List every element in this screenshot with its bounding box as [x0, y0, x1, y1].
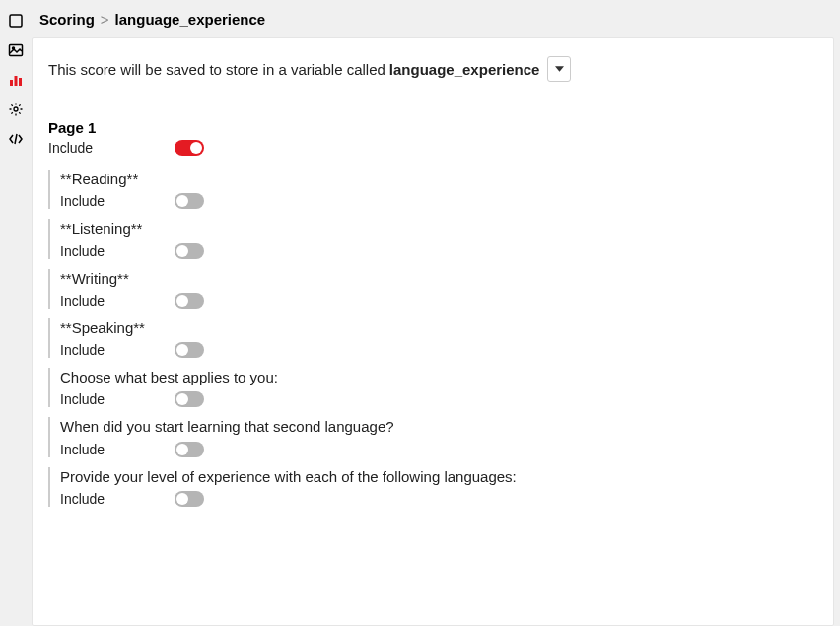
svg-rect-4 [15, 76, 18, 86]
question-include-label: Include [60, 442, 175, 457]
question-include-toggle[interactable] [175, 442, 204, 457]
sidebar [0, 0, 32, 626]
breadcrumb: Scoring > language_experience [32, 0, 840, 37]
question-include-label: Include [60, 243, 175, 259]
question-title: **Speaking** [60, 318, 817, 338]
sidebar-item-image[interactable] [0, 35, 32, 65]
question-block: **Writing**Include [48, 269, 817, 309]
question-include-toggle[interactable] [175, 193, 204, 209]
question-title: **Writing** [60, 269, 817, 289]
question-title: **Listening** [60, 219, 817, 239]
question-include-row: Include [60, 442, 817, 457]
variable-dropdown-button[interactable] [547, 56, 571, 82]
question-include-label: Include [60, 193, 175, 209]
question-include-row: Include [60, 193, 817, 209]
page-include-label: Include [48, 140, 175, 156]
svg-rect-3 [10, 80, 13, 86]
bar-chart-icon [8, 72, 24, 88]
question-block: **Speaking**Include [48, 318, 817, 358]
image-icon [8, 42, 24, 58]
question-block: **Listening**Include [48, 219, 817, 258]
page-include-row: Include [48, 140, 817, 156]
question-include-toggle[interactable] [175, 391, 204, 407]
question-include-row: Include [60, 342, 817, 358]
question-include-label: Include [60, 391, 175, 407]
question-include-toggle[interactable] [175, 243, 204, 259]
question-title: Choose what best applies to you: [60, 368, 817, 387]
panel-icon [8, 13, 24, 29]
question-include-label: Include [60, 293, 175, 309]
question-title: **Reading** [60, 170, 817, 189]
gear-icon [8, 102, 24, 117]
question-block: Choose what best applies to you:Include [48, 368, 817, 407]
question-block: Provide your level of experience with ea… [48, 467, 817, 507]
caret-down-icon [555, 66, 564, 72]
question-include-label: Include [60, 491, 175, 507]
sidebar-item-panel[interactable] [0, 6, 32, 35]
page-title: Page 1 [48, 119, 817, 136]
question-include-row: Include [60, 293, 817, 309]
score-variable-name: language_experience [389, 61, 540, 78]
breadcrumb-leaf: language_experience [115, 11, 266, 28]
question-title: When did you start learning that second … [60, 417, 817, 437]
svg-rect-0 [10, 15, 22, 27]
question-include-toggle[interactable] [175, 342, 204, 358]
breadcrumb-separator: > [101, 11, 109, 28]
question-include-row: Include [60, 491, 817, 507]
question-include-label: Include [60, 342, 175, 358]
score-info-text: This score will be saved to store in a v… [48, 61, 385, 78]
sidebar-item-chart[interactable] [0, 65, 32, 95]
score-info: This score will be saved to store in a v… [48, 56, 817, 82]
question-block: When did you start learning that second … [48, 417, 817, 456]
sidebar-item-code[interactable] [0, 124, 32, 154]
question-include-row: Include [60, 243, 817, 259]
main-panel: This score will be saved to store in a v… [32, 37, 834, 626]
question-block: **Reading**Include [48, 170, 817, 209]
question-title: Provide your level of experience with ea… [60, 467, 817, 487]
question-include-toggle[interactable] [175, 293, 204, 309]
page-include-toggle[interactable] [175, 140, 204, 156]
svg-rect-5 [19, 78, 22, 86]
question-include-toggle[interactable] [175, 491, 204, 507]
svg-point-6 [14, 107, 18, 111]
sidebar-item-settings[interactable] [0, 95, 32, 124]
question-include-row: Include [60, 391, 817, 407]
breadcrumb-root[interactable]: Scoring [39, 11, 95, 28]
code-icon [8, 131, 24, 147]
